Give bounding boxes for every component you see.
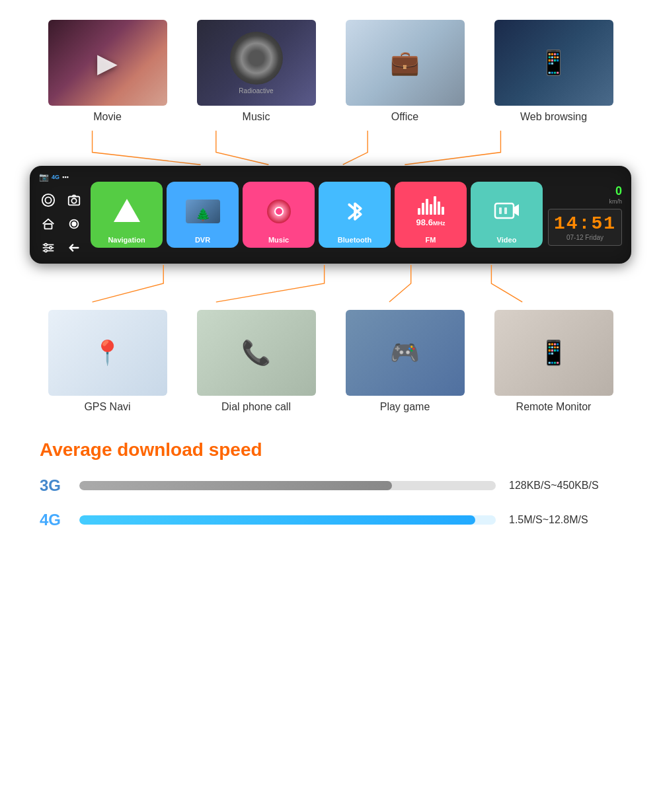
svg-rect-13 [499,207,502,214]
device-left-panel: 📷 4G ▪▪▪ [39,172,85,257]
left-icons [39,191,85,257]
video-icon [494,187,520,236]
bottom-connector-svg [40,264,621,303]
label-dial: Dial phone call [221,401,291,413]
speed-value-3g: 128KB/S~450KB/S [509,480,621,492]
photo-game [346,310,465,396]
nav-label: Navigation [108,236,145,244]
signal-icon: ▪▪▪ [62,174,69,180]
bar-container-4g [79,515,496,525]
device: 📷 4G ▪▪▪ [30,166,631,264]
fm-unit: MHz [433,220,446,227]
tile-navigation[interactable]: Navigation [91,182,163,248]
photo-monitor [494,310,613,396]
label-3g: 3G [40,476,66,495]
bluetooth-label: Bluetooth [338,236,371,244]
feature-web: Web browsing [494,20,613,123]
home-icon[interactable] [39,215,58,233]
app-tiles: Navigation DVR Music [91,182,543,248]
photo-gps [48,310,167,396]
label-web: Web browsing [520,111,587,123]
svg-point-11 [45,250,48,252]
top-connectors [40,129,621,166]
fm-icon: 98.6MHz [416,187,446,236]
snapshot-icon[interactable] [65,191,83,209]
speed-unit: km/h [609,198,622,205]
svg-rect-3 [45,224,52,229]
speed-value-4g: 1.5M/S~12.8M/S [509,514,621,526]
back-icon[interactable] [65,239,83,257]
photo-office [346,20,465,106]
svg-point-2 [71,198,76,203]
feature-monitor: Remote Monitor [494,310,613,413]
network-4g-badge: 4G [52,174,59,180]
download-title: Average download speed [40,439,621,461]
speed-row-3g: 3G 128KB/S~450KB/S [40,476,621,495]
camera-icon[interactable] [39,191,58,209]
download-section: Average download speed 3G 128KB/S~450KB/… [20,426,641,558]
svg-point-0 [45,197,51,203]
bar-4g [79,515,475,525]
label-office: Office [391,111,419,123]
bottom-connectors [40,264,621,303]
music-disc-icon [267,187,291,236]
device-right-panel: 0 km/h 14:51 07-12 Friday [548,184,622,246]
bluetooth-icon [343,187,367,236]
bar-container-3g [79,481,496,490]
feature-gps: GPS Navi [48,310,167,413]
clock-time: 14:51 [554,213,616,234]
clock-display: 14:51 07-12 Friday [548,209,622,246]
photo-movie [48,20,167,106]
photo-dial [197,310,316,396]
tile-fm[interactable]: 98.6MHz FM [395,182,467,248]
label-4g: 4G [40,511,66,529]
speed-row-4g: 4G 1.5M/S~12.8M/S [40,511,621,529]
clock-date: 07-12 Friday [554,234,616,241]
bar-3g [79,481,392,490]
label-music: Music [243,111,270,123]
music-label: Music [268,236,289,244]
svg-rect-14 [504,207,507,214]
feature-movie: Movie [48,20,167,123]
top-connector-svg [40,129,621,166]
nav-arrow-icon [114,187,140,236]
svg-point-5 [72,222,76,226]
fm-frequency: 98.6 [416,217,433,227]
status-bar: 📷 4G ▪▪▪ [39,172,85,182]
tile-music[interactable]: Music [243,182,315,248]
dvr-label: DVR [195,236,210,244]
camera-status-icon: 📷 [39,172,49,182]
tile-bluetooth[interactable]: Bluetooth [319,182,391,248]
feature-office: Office [346,20,465,123]
dvr-thumbnail-icon [186,187,220,236]
photo-web [494,20,613,106]
label-movie: Movie [93,111,122,123]
svg-point-10 [50,246,52,249]
feature-game: Play game [346,310,465,413]
feature-dial: Dial phone call [197,310,316,413]
label-monitor: Remote Monitor [516,401,592,413]
record-icon[interactable] [65,215,83,233]
tile-dvr[interactable]: DVR [167,182,239,248]
device-wrapper: 📷 4G ▪▪▪ [20,166,641,264]
label-game: Play game [380,401,430,413]
fm-label: FM [426,236,436,244]
page-wrapper: Movie Music Office Web browsing [0,0,661,572]
feature-music: Music [197,20,316,123]
video-label: Video [497,236,517,244]
top-features: Movie Music Office Web browsing [20,13,641,129]
speed-value: 0 [609,184,622,198]
tile-video[interactable]: Video [471,182,543,248]
label-gps: GPS Navi [84,401,130,413]
svg-point-9 [45,244,48,246]
settings-icon[interactable] [39,239,58,257]
photo-music [197,20,316,106]
bottom-features: GPS Navi Dial phone call Play game Remot… [20,303,641,420]
